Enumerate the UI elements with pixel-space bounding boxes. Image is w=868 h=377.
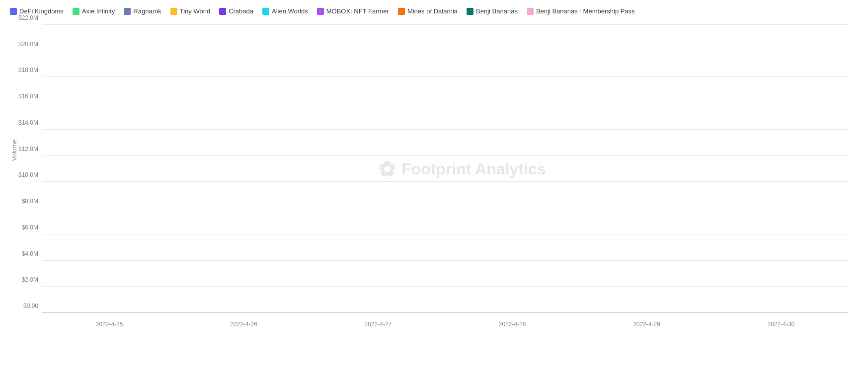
legend-swatch bbox=[124, 8, 131, 15]
y-tick-label: $22.0M bbox=[18, 14, 38, 21]
legend-label: MOBOX: NFT Farmer bbox=[326, 7, 389, 15]
legend-item: Tiny World bbox=[170, 7, 210, 15]
legend-label: Mines of Dalarnia bbox=[407, 7, 458, 15]
legend-item: DeFi Kingdoms bbox=[10, 7, 64, 15]
legend-item: Crabada bbox=[219, 7, 253, 15]
y-tick-label: $6.0M bbox=[22, 224, 38, 231]
legend-swatch bbox=[317, 8, 324, 15]
chart-area: Volume $0.00$2.0M$4.0M$6.0M$8.0M$10.0M$1… bbox=[10, 20, 858, 333]
y-tick-label: $14.0M bbox=[18, 119, 38, 126]
y-tick-label: $16.0M bbox=[18, 93, 38, 100]
x-tick-label: 2022-4-28 bbox=[499, 321, 526, 328]
legend-swatch bbox=[467, 8, 473, 15]
legend-label: Crabada bbox=[229, 7, 253, 15]
legend-swatch bbox=[527, 8, 534, 15]
y-tick-label: $20.0M bbox=[18, 41, 38, 48]
legend-swatch bbox=[10, 8, 17, 15]
legend-item: Benji Bananas : Membership Pass bbox=[527, 7, 635, 15]
legend-label: Ragnarok bbox=[133, 7, 161, 15]
y-axis-label: Volume bbox=[10, 139, 18, 160]
legend-item: MOBOX: NFT Farmer bbox=[317, 7, 389, 15]
legend-label: Axie Infinity bbox=[82, 7, 115, 15]
y-tick-label: $8.0M bbox=[22, 198, 38, 205]
legend-item: Mines of Dalarnia bbox=[398, 7, 458, 15]
y-tick-label: $0.00 bbox=[23, 302, 38, 309]
legend-item: Ragnarok bbox=[124, 7, 161, 15]
legend-label: Alien Worlds bbox=[272, 7, 308, 15]
legend-item: Axie Infinity bbox=[73, 7, 115, 15]
y-tick-label: $4.0M bbox=[22, 250, 38, 257]
y-tick-label: $12.0M bbox=[18, 146, 38, 152]
x-tick-label: 2022-4-25 bbox=[96, 321, 123, 328]
legend-swatch bbox=[170, 8, 177, 15]
legend-swatch bbox=[73, 8, 79, 15]
x-tick-label: 2022-4-26 bbox=[230, 321, 257, 328]
legend-item: Alien Worlds bbox=[262, 7, 308, 15]
legend-swatch bbox=[398, 8, 405, 15]
legend-item: Benji Bananas bbox=[467, 7, 518, 15]
legend-swatch bbox=[262, 8, 269, 15]
y-tick-label: $10.0M bbox=[18, 171, 38, 178]
legend-label: Benji Bananas : Membership Pass bbox=[536, 7, 635, 15]
y-tick-label: $18.0M bbox=[18, 67, 38, 74]
chart-container: DeFi KingdomsAxie InfinityRagnarokTiny W… bbox=[0, 0, 868, 377]
y-tick-label: $2.0M bbox=[22, 276, 38, 283]
legend-label: DeFi Kingdoms bbox=[19, 7, 64, 15]
x-baseline bbox=[42, 312, 848, 313]
legend-swatch bbox=[219, 8, 226, 15]
legend-label: Tiny World bbox=[180, 7, 210, 15]
x-tick-label: 2022-4-30 bbox=[768, 321, 795, 328]
x-tick-label: 2022-4-27 bbox=[365, 321, 392, 328]
bars-area bbox=[42, 25, 848, 313]
chart-inner: $0.00$2.0M$4.0M$6.0M$8.0M$10.0M$12.0M$14… bbox=[42, 25, 848, 313]
x-tick-label: 2022-4-29 bbox=[633, 321, 660, 328]
chart-legend: DeFi KingdomsAxie InfinityRagnarokTiny W… bbox=[10, 7, 858, 15]
legend-label: Benji Bananas bbox=[476, 7, 518, 15]
